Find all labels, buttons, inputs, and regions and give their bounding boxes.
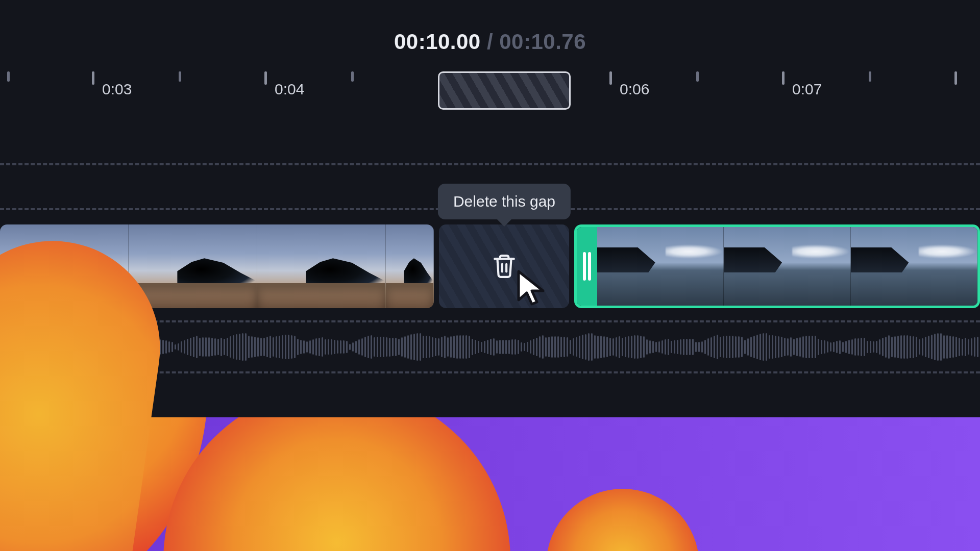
clip-thumbnail — [851, 227, 977, 306]
clip-thumbnail — [129, 224, 257, 308]
delete-gap-button[interactable] — [492, 252, 517, 281]
clip-thumbnail — [257, 224, 386, 308]
ruler-tick — [782, 71, 785, 85]
ruler-label: 0:06 — [620, 81, 649, 98]
decorative-blob — [546, 489, 699, 551]
ruler-tick — [179, 71, 181, 82]
clip-thumbnail — [386, 224, 434, 308]
ruler-tick — [351, 71, 354, 82]
clip-thumbnail — [0, 224, 129, 308]
timeline-panel: 00:10.00 / 00:10.76 0:03 0:04 0:05 0:06 — [0, 0, 980, 551]
ruler-label: 0:03 — [102, 81, 132, 98]
ruler-tick — [264, 71, 267, 85]
ruler-tick — [954, 71, 957, 85]
tooltip: Delete this gap — [438, 184, 571, 219]
ruler-tick — [869, 71, 871, 82]
video-clip-selected[interactable] — [574, 224, 980, 308]
ruler-tick — [609, 71, 612, 85]
ruler-selection[interactable] — [438, 71, 571, 110]
timeline-gap[interactable] — [439, 224, 569, 308]
tooltip-text: Delete this gap — [453, 193, 555, 210]
track-guide — [0, 371, 980, 373]
ruler-label: 0:04 — [275, 81, 304, 98]
track-guide — [0, 320, 980, 322]
decorative-blob — [163, 417, 510, 551]
decorative-footer — [0, 417, 980, 551]
time-readout: 00:10.00 / 00:10.76 — [0, 30, 980, 54]
current-time: 00:10.00 — [394, 30, 481, 54]
ruler-tick — [7, 71, 10, 82]
trash-icon — [492, 252, 517, 281]
time-separator: / — [481, 30, 500, 54]
grip-icon — [583, 252, 591, 281]
audio-waveform[interactable] — [0, 332, 980, 362]
clip-thumbnail — [724, 227, 850, 306]
clip-trim-handle[interactable] — [577, 227, 597, 306]
track-guide — [0, 163, 980, 165]
ruler-tick — [696, 71, 699, 82]
clip-thumbnail — [597, 227, 724, 306]
ruler-tick — [92, 71, 94, 85]
total-time: 00:10.76 — [499, 30, 586, 54]
ruler-label: 0:07 — [792, 81, 822, 98]
video-clip[interactable] — [0, 224, 434, 308]
